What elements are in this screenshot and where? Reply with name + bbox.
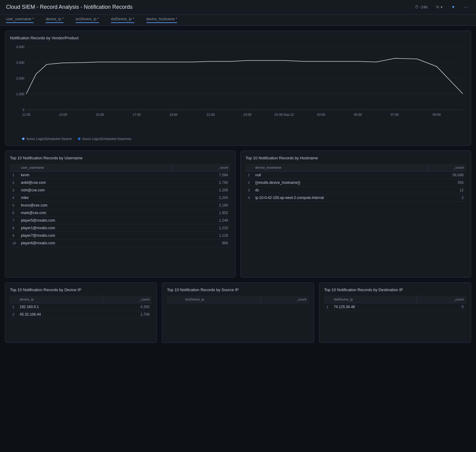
top-username-title: Top 10 Notification Records by Username bbox=[10, 156, 230, 160]
row-name: 74.125.34.46 bbox=[331, 303, 417, 311]
col-sourceip: srcDevice_ip bbox=[183, 296, 260, 303]
row-name: dc bbox=[253, 187, 428, 194]
table-row: 2 45.32.106.44 1,706 bbox=[10, 311, 152, 318]
table-row: 3 rishi@cxe.com 2,206 bbox=[10, 187, 230, 194]
legend-dot-1 bbox=[22, 138, 24, 140]
col-username: user_username bbox=[18, 164, 171, 171]
top-username-table: user_username _count 1 kevin 7,584 2 ank… bbox=[10, 164, 230, 247]
row-name: bruno@cxe.com bbox=[18, 202, 171, 209]
field-user-username[interactable]: user_username * bbox=[6, 17, 34, 23]
more-button[interactable]: ⋯ bbox=[461, 4, 470, 11]
time-range-control[interactable]: ⏱ -24h bbox=[412, 4, 430, 11]
col-count-hostname: _count bbox=[428, 164, 466, 171]
filter-icon: ▼ bbox=[451, 5, 455, 9]
row-count: 960 bbox=[171, 239, 230, 247]
row-count: 356 bbox=[428, 179, 466, 187]
col-deviceip: device_ip bbox=[17, 296, 103, 303]
row-rank: 7 bbox=[10, 217, 18, 224]
table-row: 1 74.125.34.46 5 bbox=[324, 303, 466, 311]
row-count: 1,706 bbox=[103, 311, 152, 318]
row-rank: 1 bbox=[10, 303, 17, 311]
refresh-dropdown-icon: ▾ bbox=[441, 5, 443, 9]
svg-text:17:00: 17:00 bbox=[133, 113, 141, 116]
row-rank: 1 bbox=[246, 171, 253, 179]
table-row: 3 dc 12 bbox=[246, 187, 466, 194]
page-header: Cloud SIEM - Record Analysis - Notificat… bbox=[0, 0, 476, 15]
row-count: 5 bbox=[417, 303, 466, 311]
table-row: 10 player6@mxabs.com 960 bbox=[10, 239, 230, 247]
row-rank: 8 bbox=[10, 224, 18, 232]
col-hostname: device_hostname bbox=[253, 164, 428, 171]
top-sourceip-title: Top 10 Notification Records by Source IP bbox=[167, 288, 309, 292]
row-name: null bbox=[253, 171, 428, 179]
row-name: {{results.device_hostname}} bbox=[253, 179, 428, 187]
row-name: rishi@cxe.com bbox=[18, 187, 171, 194]
svg-text:4,000: 4,000 bbox=[16, 45, 24, 49]
row-name: 192.160.0.1 bbox=[17, 303, 103, 311]
field-device-hostname[interactable]: device_hostname * bbox=[146, 17, 177, 23]
row-count: 1,248 bbox=[171, 217, 230, 224]
row-count: 1,902 bbox=[171, 209, 230, 217]
time-range-label: -24h bbox=[420, 5, 428, 9]
page-title: Cloud SIEM - Record Analysis - Notificat… bbox=[6, 4, 132, 10]
three-col-row: Top 10 Notification Records by Device IP… bbox=[5, 282, 471, 343]
row-rank: 2 bbox=[10, 179, 18, 187]
row-count: 2,190 bbox=[171, 202, 230, 209]
row-count: 1,220 bbox=[171, 224, 230, 232]
refresh-control[interactable]: ↻ ▾ bbox=[434, 4, 445, 11]
svg-text:19:00: 19:00 bbox=[169, 113, 178, 116]
row-rank: 3 bbox=[246, 187, 253, 194]
row-rank: 5 bbox=[10, 202, 18, 209]
table-row: 8 player1@mxabs.com 1,220 bbox=[10, 224, 230, 232]
row-name: ankit@cxe.com bbox=[18, 179, 171, 187]
col-count-sourceip: _count bbox=[260, 296, 309, 303]
svg-text:13:00: 13:00 bbox=[59, 113, 67, 116]
field-dst-device-ip[interactable]: dstDevice_ip * bbox=[111, 17, 134, 23]
field-src-device-ip[interactable]: srcDevice_ip * bbox=[76, 17, 99, 23]
row-count: 2 bbox=[428, 194, 466, 202]
svg-text:09:00: 09:00 bbox=[433, 113, 441, 116]
table-row: 6 mark@cxe.com 1,902 bbox=[10, 209, 230, 217]
top-destip-title: Top 10 Notification Records by Destinati… bbox=[324, 288, 466, 292]
field-device-ip[interactable]: device_ip * bbox=[46, 17, 64, 23]
top-username-panel: Top 10 Notification Records by Username … bbox=[5, 151, 236, 278]
chart-title: Notification Records by Vendor/Product bbox=[10, 36, 466, 40]
legend-item-1: Sumo Logic|Scheduled Search bbox=[22, 137, 72, 141]
header-controls: ⏱ -24h ↻ ▾ ▼ ⋯ bbox=[412, 4, 470, 11]
row-rank: 4 bbox=[246, 194, 253, 202]
svg-text:11:00: 11:00 bbox=[22, 113, 30, 116]
main-content: Notification Records by Vendor/Product 4… bbox=[0, 26, 476, 348]
row-rank: 1 bbox=[324, 303, 331, 311]
filter-button[interactable]: ▼ bbox=[449, 4, 458, 11]
row-count: 7,584 bbox=[171, 171, 230, 179]
svg-text:05:00: 05:00 bbox=[354, 113, 362, 116]
more-dots-icon: ⋯ bbox=[464, 5, 468, 9]
table-row: 9 player7@mxabs.com 1,118 bbox=[10, 232, 230, 239]
row-name: ip-10-0-42-150.ap-west-2.compute.interna… bbox=[253, 194, 428, 202]
svg-text:07:00: 07:00 bbox=[391, 113, 399, 116]
row-name: player7@mxabs.com bbox=[18, 232, 171, 239]
fields-bar: user_username * device_ip * srcDevice_ip… bbox=[0, 15, 476, 26]
row-rank: 4 bbox=[10, 194, 18, 202]
row-count: 1,118 bbox=[171, 232, 230, 239]
svg-text:23:00: 23:00 bbox=[243, 113, 252, 116]
table-row: 5 bruno@cxe.com 2,190 bbox=[10, 202, 230, 209]
col-rank-destip bbox=[324, 296, 331, 303]
row-rank: 10 bbox=[10, 239, 18, 247]
row-count: 2,206 bbox=[171, 187, 230, 194]
svg-text:15:00: 15:00 bbox=[96, 113, 104, 116]
top-deviceip-table: device_ip _count 1 192.160.0.1 4,350 2 4… bbox=[10, 296, 152, 318]
table-row: 4 mike 2,204 bbox=[10, 194, 230, 202]
table-row: 4 ip-10-0-42-150.ap-west-2.compute.inter… bbox=[246, 194, 466, 202]
row-rank: 2 bbox=[246, 179, 253, 187]
row-rank: 3 bbox=[10, 187, 18, 194]
row-name: mike bbox=[18, 194, 171, 202]
top-deviceip-panel: Top 10 Notification Records by Device IP… bbox=[5, 282, 157, 343]
row-rank: 6 bbox=[10, 209, 18, 217]
vendor-product-chart-panel: Notification Records by Vendor/Product 4… bbox=[5, 31, 471, 146]
row-count: 12 bbox=[428, 187, 466, 194]
row-count: 4,350 bbox=[103, 303, 152, 311]
col-rank-sourceip bbox=[167, 296, 183, 303]
legend-dot-2 bbox=[78, 138, 80, 140]
svg-text:2,000: 2,000 bbox=[16, 77, 24, 80]
